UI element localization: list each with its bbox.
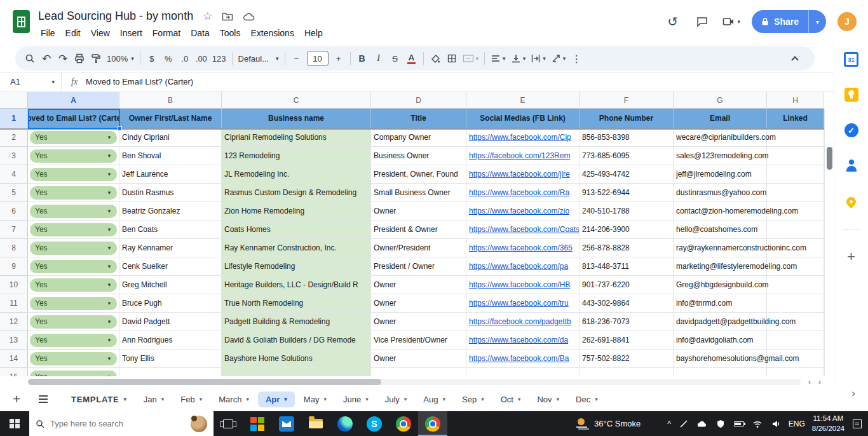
row-header-7[interactable]: 7 xyxy=(0,221,28,239)
tasks-icon[interactable] xyxy=(843,122,860,139)
cell-B15[interactable] xyxy=(119,368,222,376)
decrease-font-size-button[interactable]: − xyxy=(288,50,305,67)
row-header-14[interactable]: 14 xyxy=(0,350,28,368)
menu-view[interactable]: View xyxy=(86,26,115,40)
cloud-saved-icon[interactable] xyxy=(243,11,255,22)
app-icon-microsoft[interactable] xyxy=(243,411,272,436)
dropdown-chip[interactable]: Yes▼ xyxy=(30,242,117,255)
cell-D5[interactable]: Small Business Owner xyxy=(371,184,466,202)
cell-G11[interactable]: info@tnrmd.com xyxy=(674,294,767,313)
menu-format[interactable]: Format xyxy=(147,26,186,40)
pen-icon[interactable] xyxy=(678,418,689,430)
row-header-5[interactable]: 5 xyxy=(0,184,28,202)
facebook-link[interactable]: https://www.facebook.com/HB xyxy=(469,280,570,289)
facebook-link[interactable]: https://www.facebook.com/zio xyxy=(469,207,569,215)
menu-insert[interactable]: Insert xyxy=(115,26,147,40)
sheet-tab-july[interactable]: July▾ xyxy=(377,392,415,407)
cell-H7[interactable] xyxy=(767,221,824,239)
get-addons-icon[interactable]: + xyxy=(843,249,860,265)
vertical-scrollbar[interactable] xyxy=(824,109,834,376)
column-header-G[interactable]: G xyxy=(674,92,767,109)
cell-B4[interactable]: Jeff Laurence xyxy=(119,165,222,184)
dropdown-chip[interactable]: Yes▼ xyxy=(30,352,117,365)
cell-E6[interactable]: https://www.facebook.com/zio xyxy=(466,202,580,221)
cell-C7[interactable]: Coats Homes xyxy=(222,221,371,239)
menu-file[interactable]: File xyxy=(36,26,60,40)
column-header-F[interactable]: F xyxy=(580,92,674,109)
chevron-down-icon[interactable]: ▾ xyxy=(442,396,445,402)
security-shield-icon[interactable] xyxy=(715,418,726,430)
chevron-down-icon[interactable]: ▾ xyxy=(124,396,127,402)
paint-format-icon[interactable] xyxy=(88,50,104,67)
facebook-link[interactable]: https://www.facebook.com/Cip xyxy=(469,133,571,142)
cell-D2[interactable]: Company Owner xyxy=(371,128,466,147)
cell-D13[interactable]: Vice President/Owner xyxy=(371,331,466,350)
cell-B9[interactable]: Cenk Suelker xyxy=(119,257,222,276)
increase-decimals-button[interactable]: .00 xyxy=(193,50,210,67)
dropdown-chip[interactable]: Yes▼ xyxy=(30,131,117,144)
column-header-B[interactable]: B xyxy=(119,92,222,109)
facebook-link[interactable]: https://facebook.com/123Rem xyxy=(469,151,570,160)
add-sheet-button[interactable]: + xyxy=(6,390,27,408)
cell-E7[interactable]: https://www.facebook.com/CoatsHo xyxy=(466,221,580,239)
increase-font-size-button[interactable]: + xyxy=(330,50,347,67)
bold-button[interactable]: B xyxy=(354,50,370,67)
facebook-link[interactable]: https://www.facebook.com/jlre xyxy=(469,170,570,179)
row-header-15[interactable]: 15 xyxy=(0,368,28,376)
cell-H10[interactable] xyxy=(767,276,824,294)
calendar-icon[interactable]: 31 xyxy=(843,51,860,67)
cell-F8[interactable]: 256-878-8828 xyxy=(580,239,674,257)
font-size-input[interactable]: 10 xyxy=(307,51,329,66)
cell-D8[interactable]: Owner/President xyxy=(371,239,466,257)
cell-B7[interactable]: Ben Coats xyxy=(119,221,222,239)
scroll-left-icon[interactable]: ‹ xyxy=(804,377,815,387)
taskbar-search-input[interactable]: Type here to search xyxy=(29,411,214,436)
search-menus-icon[interactable] xyxy=(22,50,38,67)
decrease-decimals-button[interactable]: .0 xyxy=(177,50,193,67)
chevron-down-icon[interactable]: ▾ xyxy=(51,79,55,85)
row-header-6[interactable]: 6 xyxy=(0,202,28,221)
sheet-tab-apr[interactable]: Apr▾ xyxy=(258,392,295,407)
contacts-icon[interactable] xyxy=(843,158,860,174)
cell-G14[interactable]: bayshorehomesolutions@gmail.com xyxy=(674,350,767,368)
sheet-tab-template[interactable]: TEMPLATE▾ xyxy=(64,392,135,407)
dropdown-chip[interactable]: Yes▼ xyxy=(30,168,117,181)
cell-B2[interactable]: Cindy Cipriani xyxy=(119,128,222,147)
cell-E3[interactable]: https://facebook.com/123Rem xyxy=(466,147,580,165)
cell-G12[interactable]: davidpadgett@padgettbuilding.com xyxy=(674,313,767,331)
font-family-select[interactable]: Defaul... ▾ xyxy=(236,50,281,67)
cell-A6[interactable]: Yes▼ xyxy=(28,202,119,221)
star-icon[interactable]: ☆ xyxy=(203,10,212,23)
cell-D3[interactable]: Business Owner xyxy=(371,147,466,165)
cell-B1[interactable]: Owner First/Last Name xyxy=(119,109,222,128)
facebook-link[interactable]: https://www.facebook.com/CoatsHo xyxy=(469,225,580,234)
cell-C1[interactable]: Business name xyxy=(222,109,371,128)
cell-A12[interactable]: Yes▼ xyxy=(28,313,119,331)
sheet-tab-jan[interactable]: Jan▾ xyxy=(136,392,172,407)
cell-F3[interactable]: 773-685-6095 xyxy=(580,147,674,165)
horizontal-align-button[interactable]: ▾ xyxy=(488,50,508,67)
meet-button[interactable]: ▾ xyxy=(722,17,741,27)
column-header-C[interactable]: C xyxy=(222,92,371,109)
show-side-panel-icon[interactable]: › xyxy=(846,386,861,401)
facebook-link[interactable]: https://www.facebook.com/Ba xyxy=(469,354,569,363)
row-header-2[interactable]: 2 xyxy=(0,128,28,147)
facebook-link[interactable]: https://www.facebook.com/Ra xyxy=(469,188,569,197)
row-header-1[interactable]: 1 xyxy=(0,109,28,128)
onedrive-cloud-icon[interactable] xyxy=(696,418,708,430)
strikethrough-button[interactable]: S xyxy=(387,50,403,67)
app-icon-file-explorer[interactable] xyxy=(301,411,330,436)
vertical-align-button[interactable]: ▾ xyxy=(508,50,529,67)
cell-H11[interactable] xyxy=(767,294,824,313)
cell-C14[interactable]: Bayshore Home Solutions xyxy=(222,350,371,368)
cell-E12[interactable]: https://facebook.com/padgettb xyxy=(466,313,580,331)
cell-C2[interactable]: Cipriani Remodeling Solutions xyxy=(222,128,371,147)
network-icon[interactable] xyxy=(752,418,763,430)
cell-E14[interactable]: https://www.facebook.com/Ba xyxy=(466,350,580,368)
menu-data[interactable]: Data xyxy=(186,26,215,40)
cell-F2[interactable]: 856-853-8398 xyxy=(580,128,674,147)
cell-H15[interactable] xyxy=(767,368,824,376)
cell-E1[interactable]: Social Medias (FB Link) xyxy=(466,109,580,128)
more-toolbar-icon[interactable]: ⋮ xyxy=(568,50,585,67)
cell-E5[interactable]: https://www.facebook.com/Ra xyxy=(466,184,580,202)
